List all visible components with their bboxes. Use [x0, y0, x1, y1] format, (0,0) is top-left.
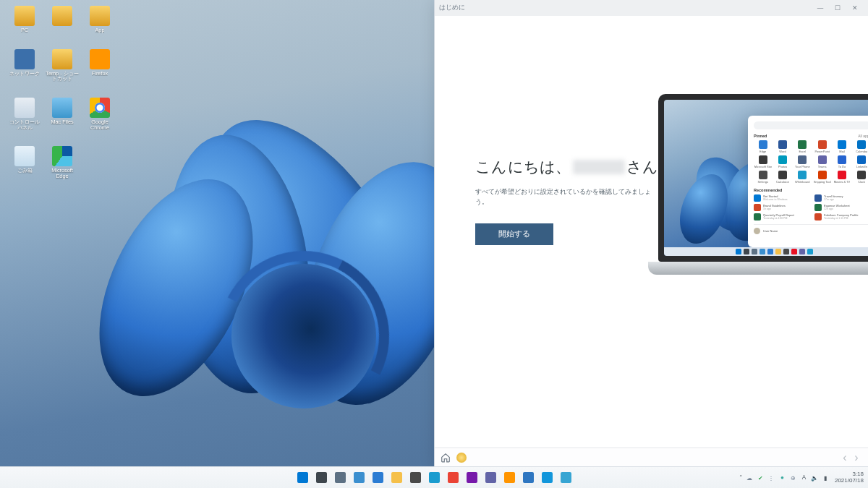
pinned-app: Settings: [754, 171, 772, 184]
desktop-icon-label: App: [95, 27, 105, 33]
desktop-icon-user[interactable]: [45, 6, 80, 33]
next-button[interactable]: ›: [851, 452, 862, 463]
start-icon: [297, 472, 308, 483]
mini-taskbar-icon: [736, 249, 741, 254]
prev-button[interactable]: ‹: [839, 452, 851, 463]
taskbar-taskview[interactable]: [332, 470, 348, 486]
pinned-app: Word: [773, 140, 791, 153]
pinned-app: LinkedIn: [853, 155, 868, 168]
laptop-illustration: PinnedAll apps EdgeWordExcelPowerPointMa…: [658, 94, 868, 282]
files-icon: [523, 472, 534, 483]
home-icon[interactable]: [441, 453, 451, 463]
teams-icon: [485, 472, 496, 483]
desktop-icon-cpanel[interactable]: コントロール パネル: [7, 98, 42, 130]
mini-taskbar-icon: [752, 249, 757, 254]
desktop-icon-label: PC: [21, 27, 28, 33]
recommended-item: Fabrikam Company ProfileYesterday at 1:1…: [814, 213, 868, 221]
taskbar-mail[interactable]: [426, 470, 442, 486]
network-icon: [14, 49, 35, 69]
temp-icon: [52, 49, 72, 69]
desktop-icon-recycle[interactable]: ごみ箱: [7, 146, 42, 179]
pinned-app: Photos: [773, 155, 791, 168]
minimize-button[interactable]: —: [812, 0, 829, 16]
desktop-icon-pc[interactable]: PC: [7, 6, 42, 33]
desktop-icon-label: Mac Files: [51, 119, 73, 125]
edge-icon: [373, 472, 383, 483]
tray-battery[interactable]: ▮: [822, 474, 830, 481]
cpanel-icon: [14, 98, 35, 118]
taskbar-store[interactable]: [407, 470, 423, 486]
all-apps-label: All apps: [858, 134, 868, 138]
tray-app[interactable]: ●: [778, 474, 786, 481]
titlebar[interactable]: はじめに — ☐ ✕: [435, 0, 868, 16]
mini-taskbar-icon: [760, 249, 765, 254]
tray-overflow[interactable]: ˄: [739, 474, 743, 481]
recommended-item: Brand Guidelines1h ago: [754, 204, 810, 211]
app1-icon: [542, 472, 553, 483]
close-button[interactable]: ✕: [846, 0, 864, 16]
window-bottombar: ‹ ›: [435, 448, 868, 466]
pinned-app: Movies & TV: [833, 171, 851, 184]
recommended-item: Get StartedWelcome to Windows: [754, 194, 810, 202]
desktop-icon-edge[interactable]: Microsoft Edge: [45, 146, 80, 179]
taskbar-firefox[interactable]: [501, 470, 517, 486]
desktop-icon-chrome[interactable]: Google Chrome: [82, 98, 117, 130]
pinned-app: Calendar: [853, 140, 868, 153]
clock[interactable]: 3:18 2021/07/18: [835, 471, 864, 484]
desktop-icon-label: Temp - ショートカット: [45, 71, 80, 82]
taskbar-search[interactable]: [313, 470, 329, 486]
taskbar-explorer[interactable]: [388, 470, 404, 486]
taskview-icon: [335, 472, 346, 483]
edge-icon: [52, 146, 72, 166]
desktop-icon-firefox[interactable]: Firefox: [82, 49, 117, 82]
pinned-app: To Do: [833, 155, 851, 168]
pc-icon: [14, 6, 35, 26]
recommended-item: Quarterly Payroll ReportYesterday at 4:3…: [754, 213, 810, 221]
desktop-icon-macfiles[interactable]: Mac Files: [45, 98, 80, 130]
recommended-label: Recommended: [754, 188, 782, 192]
start-button[interactable]: 開始する: [475, 223, 553, 245]
pinned-app: Snipping Tool: [813, 171, 831, 184]
pinned-app: Your Phone: [793, 155, 812, 168]
greeting-text: こんにちは、さん: [475, 157, 663, 177]
taskbar-chrome[interactable]: [445, 470, 461, 486]
taskbar-app2[interactable]: [558, 470, 574, 486]
tray-security[interactable]: ✔: [757, 474, 765, 481]
desktop-icon-network[interactable]: ネットワーク: [7, 49, 42, 82]
desktop-icon-app[interactable]: App: [82, 6, 117, 33]
pinned-app: Mail: [833, 140, 851, 153]
pinned-label: Pinned: [754, 134, 767, 138]
greeting-suffix: さん: [626, 158, 659, 175]
explorer-icon: [391, 472, 402, 483]
desktop-icon-label: コントロール パネル: [7, 119, 42, 130]
tray-bluetooth[interactable]: ⋮: [767, 474, 775, 481]
tray-ime[interactable]: A: [800, 474, 808, 481]
maximize-button[interactable]: ☐: [829, 0, 846, 16]
taskbar-widgets[interactable]: [351, 470, 367, 486]
desktop-icon-temp[interactable]: Temp - ショートカット: [45, 49, 80, 82]
mini-taskbar-icon: [744, 249, 749, 254]
macfiles-icon: [52, 98, 72, 118]
taskbar-files[interactable]: [520, 470, 536, 486]
app-icon: [90, 6, 110, 26]
app2-icon: [561, 472, 571, 483]
mail-icon: [429, 472, 440, 483]
tray-onedrive[interactable]: ☁: [746, 474, 754, 481]
store-icon: [410, 472, 421, 483]
taskbar-teams[interactable]: [482, 470, 498, 486]
taskbar-edge[interactable]: [370, 470, 386, 486]
firefox-icon: [504, 472, 515, 483]
taskbar-app1[interactable]: [539, 470, 555, 486]
pinned-app: Whiteboard: [793, 171, 812, 184]
startmenu-user: User Name: [763, 229, 778, 233]
taskbar-onenote[interactable]: [464, 470, 480, 486]
desktop-icon-label: ごみ箱: [17, 168, 33, 174]
recycle-icon: [14, 146, 35, 166]
taskbar-start[interactable]: [294, 470, 310, 486]
mini-taskbar-icon: [783, 249, 789, 254]
pinned-app: Calculator: [773, 171, 791, 184]
tray-speaker[interactable]: 🔈: [811, 474, 819, 481]
tips-icon[interactable]: [456, 453, 467, 463]
startmenu-mock: PinnedAll apps EdgeWordExcelPowerPointMa…: [748, 116, 868, 247]
tray-network[interactable]: ⊕: [789, 474, 797, 481]
